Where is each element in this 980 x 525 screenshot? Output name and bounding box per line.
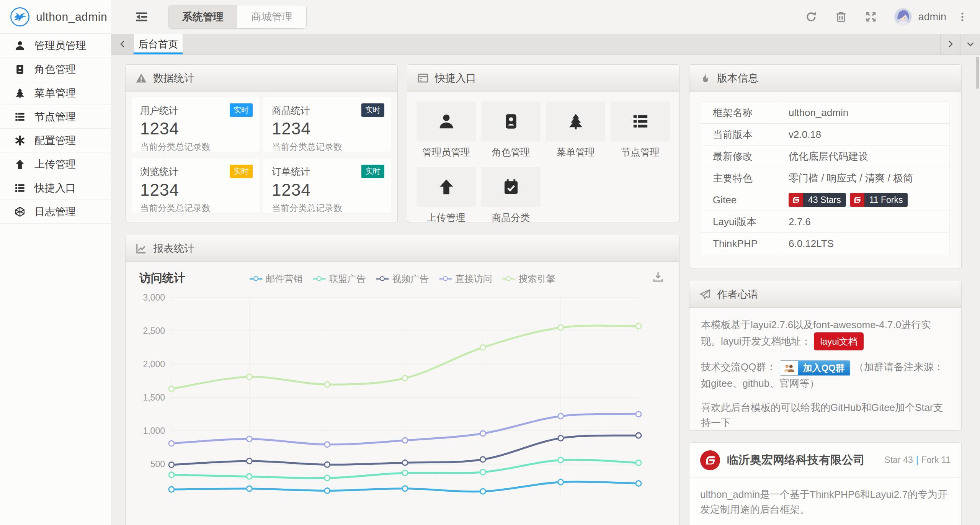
stat-card-badge: 实时 (361, 165, 384, 178)
gitee-badge-text: 43 Stars (803, 193, 846, 207)
shortcut-node[interactable]: 节点管理 (611, 101, 670, 159)
legend-marker (250, 276, 263, 281)
fire-icon (699, 72, 711, 84)
legend-ring (253, 276, 258, 281)
shortcut-role[interactable]: 角色管理 (481, 101, 541, 159)
module-switcher: 系统管理商城管理 (168, 5, 307, 29)
shortcut-upload[interactable]: 上传管理 (416, 167, 476, 222)
sidebar-item-menu[interactable]: 菜单管理 (0, 81, 111, 105)
th-list-icon (15, 111, 25, 122)
scrollbar-thumb[interactable] (976, 57, 979, 89)
legend-marker (313, 276, 326, 281)
gitee-forks-badge[interactable]: 11 Forks (850, 193, 908, 207)
panel-title: 快捷入口 (435, 71, 476, 85)
chart-area: 5001,0001,5002,0002,5003,000 访问统计 邮件营销联盟… (126, 262, 679, 525)
username[interactable]: admin (918, 11, 946, 23)
legend-ring (443, 276, 448, 281)
legend-item-4[interactable]: 搜索引擎 (502, 273, 555, 285)
module-tab-system[interactable]: 系统管理 (168, 5, 237, 28)
sidebar-item-role[interactable]: 角色管理 (0, 57, 111, 81)
sidebar-item-label: 菜单管理 (34, 86, 76, 100)
clear-cache-button[interactable] (826, 0, 856, 34)
stat-card-desc: 当前分类总记录数 (272, 202, 383, 214)
asterisk-icon (15, 135, 25, 146)
more-menu-button[interactable] (950, 0, 975, 34)
sidebar-item-log[interactable]: 日志管理 (0, 200, 111, 224)
panel-version-header: 版本信息 (689, 65, 961, 92)
chart-line-icon (136, 243, 147, 254)
version-row-label: Gitee (701, 189, 776, 211)
version-row-label: 主要特色 (701, 167, 776, 189)
module-tab-mall[interactable]: 商城管理 (237, 5, 306, 28)
stat-card-desc: 当前分类总记录数 (140, 141, 251, 153)
sidebar-item-upload[interactable]: 上传管理 (0, 152, 111, 176)
panel-author-words: 作者心语 本模板基于layui2.7.6以及font-awesome-4.7.0… (689, 281, 962, 430)
sidebar-item-node[interactable]: 节点管理 (0, 105, 111, 129)
tab-home-label: 后台首页 (138, 38, 178, 51)
sidebar: ulthon_admin 管理员管理角色管理菜单管理节点管理配置管理上传管理快捷… (0, 0, 111, 525)
list-ul-icon (15, 183, 25, 193)
calendar-check-icon (481, 167, 541, 207)
svg-text:1,000: 1,000 (143, 426, 165, 436)
version-row: ThinkPHP6.0.12LTS (701, 233, 949, 255)
tab-home[interactable]: 后台首页 (134, 34, 183, 54)
tab-scroll-left-button[interactable] (111, 34, 134, 54)
refresh-button[interactable] (796, 0, 826, 34)
legend-marker (439, 276, 452, 281)
version-row: Layui版本2.7.6 (701, 211, 949, 233)
shortcut-goods-category[interactable]: 商品分类 (481, 167, 541, 222)
layui-doc-button[interactable]: layui文档 (814, 332, 863, 350)
brand-title: ulthon_admin (36, 10, 107, 23)
panel-report: 报表统计 5001,0001,5002,0002,5003,000 访问统计 邮… (125, 235, 679, 525)
shortcut-menu[interactable]: 菜单管理 (546, 101, 605, 159)
send-icon (699, 289, 711, 300)
download-icon[interactable] (652, 271, 664, 283)
version-row-value: 6.0.12LTS (776, 233, 834, 255)
gitee-stars-badge[interactable]: 43 Stars (789, 193, 846, 207)
avatar[interactable] (894, 8, 912, 26)
sidebar-item-quick[interactable]: 快捷入口 (0, 176, 111, 200)
stat-card-value: 1234 (272, 180, 383, 200)
shortcut-admin[interactable]: 管理员管理 (416, 101, 476, 159)
join-qq-group-button[interactable]: 加入QQ群 (780, 360, 850, 376)
repo-title[interactable]: 临沂奥宏网络科技有限公司 (727, 452, 878, 468)
legend-item-2[interactable]: 视频广告 (376, 273, 429, 285)
version-row-value: 优化底层代码建设 (776, 146, 868, 167)
tree-icon (546, 101, 605, 141)
qq-people-icon (780, 361, 798, 375)
user-icon (15, 40, 25, 51)
gitee-logo-icon (700, 450, 720, 470)
stats-grid: 用户统计实时1234当前分类总记录数商品统计实时1234当前分类总记录数浏览统计… (126, 92, 397, 213)
menu-fold-button[interactable] (135, 10, 149, 24)
sidebar-item-config[interactable]: 配置管理 (0, 129, 111, 152)
id-badge-icon (15, 64, 25, 75)
codepen-icon (15, 206, 25, 217)
brand[interactable]: ulthon_admin (0, 0, 111, 34)
panel-title: 版本信息 (717, 71, 758, 85)
legend-label: 直接访问 (456, 273, 492, 285)
author-body: 本模板基于layui2.7.6以及font-awesome-4.7.0进行实现。… (689, 308, 961, 430)
sidebar-item-label: 管理员管理 (34, 39, 86, 52)
legend-ring (317, 276, 322, 281)
chart-legend: 邮件营销联盟广告视频广告直接访问搜索引擎 (126, 273, 679, 285)
arrow-up-icon (15, 159, 25, 170)
panel-shortcuts: 快捷入口 管理员管理角色管理菜单管理节点管理上传管理商品分类 (407, 64, 679, 222)
fullscreen-button[interactable] (856, 0, 886, 34)
shortcut-label: 菜单管理 (546, 146, 605, 159)
stat-card-desc: 当前分类总记录数 (272, 141, 383, 153)
panel-data-stats-header: 数据统计 (126, 65, 397, 92)
legend-label: 邮件营销 (266, 273, 303, 285)
legend-item-3[interactable]: 直接访问 (439, 273, 492, 285)
repo-stars: Star 43 (885, 455, 913, 465)
panel-report-header: 报表统计 (126, 235, 679, 262)
legend-item-1[interactable]: 联盟广告 (313, 273, 366, 285)
sidebar-item-admin[interactable]: 管理员管理 (0, 34, 111, 57)
legend-item-0[interactable]: 邮件营销 (250, 273, 303, 285)
repo-description: ulthon_admin是一个基于ThinkPHP6和Layui2.7的专为开发… (700, 487, 951, 517)
sidebar-item-label: 节点管理 (34, 110, 76, 124)
tab-scroll-right-button[interactable] (940, 34, 960, 54)
tab-menu-button[interactable] (960, 34, 980, 54)
version-row-label: 当前版本 (701, 124, 776, 145)
stat-card-0: 用户统计实时1234当前分类总记录数 (132, 97, 260, 152)
stat-card-value: 1234 (140, 180, 251, 200)
